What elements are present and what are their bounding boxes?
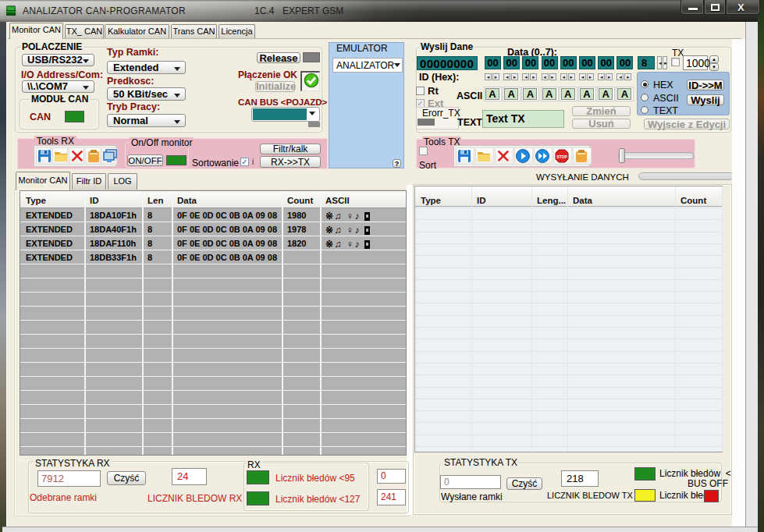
svg-text:STOP: STOP <box>556 154 567 159</box>
